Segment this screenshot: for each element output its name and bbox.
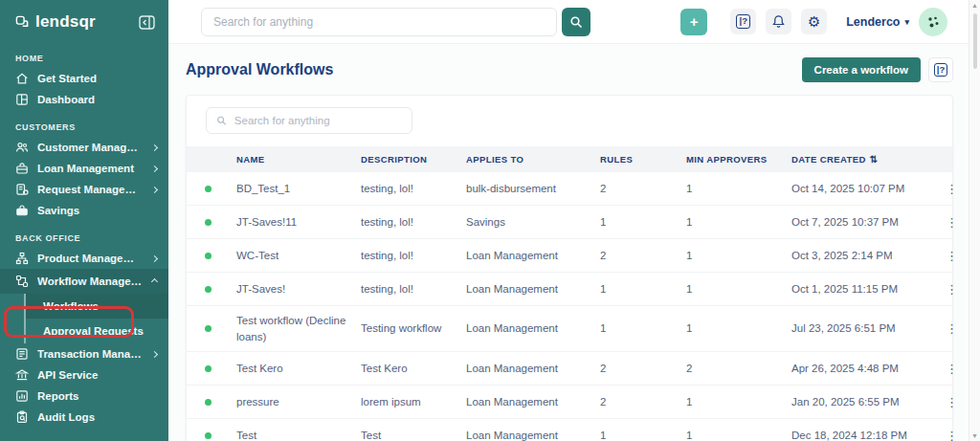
- collapse-panel-icon: [139, 15, 155, 30]
- row-actions-kebab[interactable]: ⋮: [940, 427, 964, 441]
- sidebar-subitem-label: Workflows: [43, 300, 99, 312]
- table-row[interactable]: JT-Saves!11 testing, lol! Savings 1 1 Oc…: [187, 206, 952, 239]
- sidebar-item-customer-management[interactable]: Customer Management: [0, 137, 168, 158]
- workflow-icon: [15, 275, 29, 288]
- sidebar-item-audit-logs[interactable]: Audit Logs: [0, 407, 168, 428]
- notifications-button[interactable]: [766, 9, 791, 34]
- sidebar-item-product-management[interactable]: Product Management: [0, 248, 168, 269]
- chevron-right-icon: [151, 254, 158, 261]
- workflow-name: Test: [236, 428, 361, 441]
- brand-logo: lendsqr: [15, 12, 96, 32]
- table-row[interactable]: JT-Saves! testing, lol! Loan Management …: [187, 273, 952, 306]
- page-help-button[interactable]: |?: [928, 57, 953, 82]
- workflow-rules: 2: [600, 181, 686, 197]
- sidebar-item-loan-management[interactable]: Loan Management: [0, 158, 168, 179]
- gear-icon: ⚙: [808, 14, 820, 29]
- workflow-rules: 2: [600, 394, 686, 410]
- workflow-name: Test Kero: [236, 361, 361, 377]
- sidebar-item-reports[interactable]: Reports: [0, 386, 168, 407]
- bar-chart-icon: [15, 389, 29, 403]
- row-actions-kebab[interactable]: ⋮: [940, 213, 964, 232]
- workflow-rules: 1: [600, 214, 686, 231]
- main-area: + |? ⚙ Lenderco ▾: [168, 0, 980, 441]
- row-actions-kebab[interactable]: ⋮: [940, 393, 964, 411]
- workflow-rules: 1: [600, 428, 686, 441]
- row-actions-kebab[interactable]: ⋮: [940, 180, 964, 198]
- workflow-min-approvers: 1: [686, 281, 791, 298]
- workflow-date-created: Dec 18, 2024 12:18 PM: [791, 428, 940, 441]
- workflow-description: testing, lol!: [361, 281, 466, 298]
- status-active-dot: [205, 286, 212, 293]
- workflow-applies-to: Loan Management: [466, 281, 600, 298]
- brand-logo-text: lendsqr: [35, 12, 96, 32]
- workflow-rules: 2: [600, 248, 686, 264]
- table-row[interactable]: Test Kero Test Kero Loan Management 2 2 …: [187, 352, 952, 386]
- home-icon: [15, 72, 29, 85]
- docs-help-button[interactable]: |?: [730, 9, 756, 34]
- sidebar-item-label: Reports: [37, 390, 157, 402]
- topbar: + |? ⚙ Lenderco ▾: [168, 0, 980, 44]
- workflow-description: testing, lol!: [361, 181, 466, 197]
- create-workflow-button[interactable]: Create a workflow: [802, 57, 921, 82]
- sidebar-item-workflow-management[interactable]: Workflow Management: [0, 269, 168, 294]
- sidebar-item-transaction-management[interactable]: Transaction Management: [0, 343, 168, 364]
- workflow-applies-to: Savings: [466, 214, 600, 231]
- chevron-down-icon: ▾: [904, 17, 909, 27]
- quick-add-button[interactable]: +: [680, 9, 707, 35]
- lendsqr-logo-icon: [15, 15, 29, 29]
- status-active-dot: [205, 253, 212, 259]
- status-active-dot: [205, 219, 212, 226]
- sidebar-collapse-button[interactable]: [139, 15, 155, 30]
- global-search-button[interactable]: [562, 8, 590, 36]
- workflow-submenu: Workflows Approval Requests: [24, 294, 168, 343]
- table-row[interactable]: pressure lorem ipsum Loan Management 2 1…: [187, 386, 952, 419]
- row-actions-kebab[interactable]: ⋮: [940, 320, 964, 338]
- workflows-card: NAME DESCRIPTION APPLIES TO RULES MIN AP…: [186, 95, 953, 441]
- workflow-date-created: Jan 20, 2025 6:55 PM: [791, 394, 940, 410]
- workflow-date-created: Jul 23, 2025 6:51 PM: [791, 320, 940, 337]
- org-switcher[interactable]: Lenderco ▾: [846, 15, 909, 29]
- sidebar-item-label: Workflow Management: [37, 276, 144, 287]
- row-actions-kebab[interactable]: ⋮: [940, 280, 964, 298]
- workflow-date-created: Apr 26, 2025 4:48 PM: [791, 361, 940, 377]
- row-actions-kebab[interactable]: ⋮: [940, 360, 964, 378]
- col-min-approvers: MIN APPROVERS: [686, 154, 791, 165]
- scrollbar-thumb[interactable]: [973, 13, 977, 69]
- sidebar-subitem-approval-requests[interactable]: Approval Requests: [26, 319, 168, 343]
- chevron-right-icon: [151, 186, 158, 192]
- workflow-name: BD_Test_1: [236, 181, 361, 197]
- sidebar-item-get-started[interactable]: Get Started: [0, 68, 168, 89]
- settings-button[interactable]: ⚙: [801, 9, 827, 34]
- scroll-down-arrow-icon[interactable]: ▼: [971, 432, 978, 439]
- workflow-description: Test: [361, 428, 466, 441]
- sidebar-item-savings[interactable]: Savings: [0, 200, 168, 221]
- sidebar-subitem-workflows[interactable]: Workflows: [26, 294, 168, 319]
- global-search-input[interactable]: [201, 8, 557, 36]
- bell-icon: [771, 14, 786, 29]
- sidebar-item-label: Dashboard: [37, 94, 157, 105]
- workflow-min-approvers: 1: [686, 181, 791, 197]
- workflow-description: testing, lol!: [361, 248, 466, 264]
- status-active-dot: [205, 365, 212, 372]
- scroll-up-arrow-icon[interactable]: ▲: [971, 2, 978, 9]
- sidebar-item-api-service[interactable]: API Service: [0, 364, 168, 386]
- table-row[interactable]: BD_Test_1 testing, lol! bulk-disbursemen…: [187, 172, 952, 206]
- table-search-input[interactable]: [234, 115, 402, 126]
- table-row[interactable]: WC-Test testing, lol! Loan Management 2 …: [187, 239, 952, 273]
- content-area: Approval Workflows Create a workflow |?: [168, 44, 980, 441]
- vertical-scrollbar[interactable]: ▲ ▼: [969, 0, 980, 441]
- workflow-date-created: Oct 1, 2025 11:15 PM: [791, 281, 940, 298]
- workflow-name: Test workflow (Decline loans): [236, 313, 361, 344]
- table-row[interactable]: Test Test Loan Management 1 1 Dec 18, 20…: [187, 419, 952, 441]
- avatar[interactable]: [919, 8, 947, 36]
- col-date-created: DATE CREATED⇅: [791, 154, 940, 165]
- sidebar-item-label: Savings: [37, 205, 157, 216]
- sidebar-item-dashboard[interactable]: Dashboard: [0, 89, 168, 110]
- table-row[interactable]: Test workflow (Decline loans) Testing wo…: [187, 306, 952, 352]
- sidebar-item-request-management[interactable]: Request Management: [0, 179, 168, 200]
- status-active-dot: [205, 325, 212, 332]
- row-actions-kebab[interactable]: ⋮: [940, 247, 964, 265]
- sort-icon[interactable]: ⇅: [870, 154, 879, 165]
- workflow-min-approvers: 1: [686, 394, 791, 410]
- workflow-applies-to: Loan Management: [466, 248, 600, 264]
